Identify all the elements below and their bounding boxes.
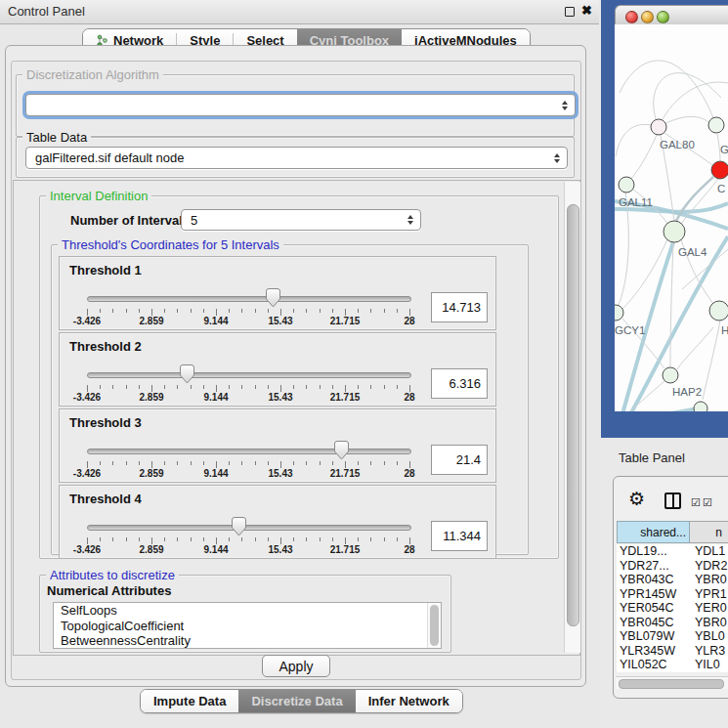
table-row[interactable]: YLR345WYLR3 [617, 644, 728, 659]
threshold-value-field[interactable]: 11.344 [431, 521, 488, 551]
threshold-value-field[interactable]: 21.4 [431, 445, 488, 475]
group-title: Table Data [22, 130, 91, 145]
table-row[interactable]: YDR27...YDR2 [617, 559, 728, 574]
numerical-attributes-list[interactable]: SelfLoopsTopologicalCoefficientBetweenne… [53, 602, 442, 649]
slider-track[interactable] [87, 449, 411, 454]
node-label: H [721, 324, 728, 336]
close-icon[interactable]: ✖ [581, 3, 592, 18]
tick-mark [126, 461, 127, 465]
threshold-value-field[interactable]: 6.316 [431, 368, 488, 399]
tab-discretize-data[interactable]: Discretize Data [238, 690, 355, 712]
table-row[interactable]: YBR043CYBR0 [617, 573, 728, 587]
slider-track[interactable] [87, 296, 411, 302]
tick-mark [397, 385, 398, 389]
table-row[interactable]: YIL052CYIL0 [617, 658, 728, 672]
table-row[interactable]: YER054CYER0 [617, 601, 728, 616]
cell-name: YBL0 [690, 629, 725, 643]
tick-mark [241, 461, 242, 465]
table-row[interactable]: YBL079WYBL0 [617, 629, 728, 644]
network-node[interactable] [711, 161, 728, 179]
minimize-traffic-light-icon[interactable] [641, 11, 654, 23]
tick-mark [370, 309, 371, 313]
cell-shared-name: YPR145W [617, 587, 690, 601]
threshold-value-field[interactable]: 14.713 [431, 292, 488, 322]
combo-arrows-icon [562, 101, 568, 110]
close-traffic-light-icon[interactable] [625, 11, 638, 23]
column-header-shared-name[interactable]: shared... [617, 521, 690, 543]
node-label: GAL11 [619, 196, 653, 208]
scale-label: 2.859 [139, 316, 163, 326]
network-node[interactable] [708, 117, 724, 133]
gear-icon[interactable]: ⚙ [628, 490, 645, 509]
checkbox-icon[interactable]: ☑ [691, 496, 701, 509]
scale-label: -3.426 [73, 468, 101, 479]
network-graph: GAL80GACGAL11GAL4GCY1HHAP2 [615, 24, 728, 411]
tick-mark [126, 309, 127, 313]
settings-scrollbar[interactable] [564, 182, 580, 653]
threshold-panel: Threshold 3-3.4262.8599.14415.4321.71528… [59, 408, 496, 483]
tick-mark [370, 537, 371, 541]
slider-track[interactable] [87, 525, 411, 531]
attribute-item[interactable]: SelfLoops [54, 603, 441, 619]
network-node[interactable] [619, 177, 634, 193]
attribute-item[interactable]: BetweennessCentrality [54, 633, 441, 649]
threshold-panels: Threshold 1-3.4262.8599.14415.4321.71528… [59, 256, 496, 561]
cell-shared-name: YER054C [617, 601, 690, 615]
tick-mark [112, 309, 113, 313]
tick-mark [397, 461, 398, 465]
zoom-traffic-light-icon[interactable] [657, 11, 669, 23]
slider-thumb[interactable] [180, 364, 194, 384]
tick-mark [293, 309, 294, 313]
algorithm-combobox[interactable] [25, 94, 576, 116]
network-node[interactable] [694, 402, 707, 411]
scrollbar-thumb[interactable] [619, 679, 724, 689]
threshold-label: Threshold 1 [69, 263, 142, 278]
tick-mark [229, 537, 230, 541]
tick-mark [280, 461, 281, 468]
tick-mark [345, 461, 346, 468]
network-node[interactable] [709, 301, 728, 321]
table-hscrollbar[interactable] [616, 676, 728, 689]
tab-infer-network[interactable]: Infer Network [356, 690, 462, 712]
apply-button[interactable]: Apply [262, 655, 330, 677]
scale-label: -3.426 [73, 544, 101, 555]
threshold-panel: Threshold 1-3.4262.8599.14415.4321.71528… [59, 256, 496, 330]
table-row[interactable]: YDL19...YDL1 [617, 544, 728, 559]
table-row[interactable]: YBR045CYBR0 [617, 616, 728, 630]
tick-mark [280, 309, 281, 316]
attribute-item[interactable]: TopologicalCoefficient [54, 619, 441, 634]
tick-mark [320, 309, 321, 313]
slider-track[interactable] [87, 372, 411, 378]
network-node[interactable] [663, 367, 678, 383]
scale-label: 15.43 [268, 316, 292, 326]
scale-label: 28 [404, 468, 414, 479]
float-icon[interactable] [565, 7, 575, 17]
slider-thumb[interactable] [266, 288, 280, 308]
tick-mark [268, 385, 269, 389]
intervals-value: 5 [191, 213, 197, 228]
network-view-canvas[interactable]: GAL80GACGAL11GAL4GCY1HHAP2 [615, 24, 728, 411]
scrollbar-thumb[interactable] [430, 605, 439, 646]
tick-mark [100, 309, 101, 313]
checkbox-icon[interactable]: ☑ [703, 496, 712, 509]
list-scrollbar[interactable] [427, 603, 441, 648]
table-row[interactable]: YPR145WYPR1 [617, 587, 728, 602]
tab-impute-data[interactable]: Impute Data [141, 690, 238, 712]
tick-mark [87, 309, 88, 316]
tick-mark [112, 461, 113, 465]
slider-thumb[interactable] [232, 517, 246, 536]
network-node[interactable] [651, 119, 666, 135]
scrollbar-thumb[interactable] [567, 204, 579, 626]
table-data-combobox[interactable]: galFiltered.sif default node [25, 147, 568, 169]
number-of-intervals-combobox[interactable]: 5 [181, 209, 421, 231]
column-view-icon[interactable] [664, 492, 681, 509]
tick-mark [397, 537, 398, 541]
tick-mark [191, 309, 192, 313]
network-node[interactable] [615, 305, 623, 321]
column-header-name[interactable]: n [690, 521, 728, 543]
tick-mark [164, 385, 165, 389]
tick-mark [151, 461, 152, 468]
network-node[interactable] [664, 221, 685, 242]
slider-thumb[interactable] [334, 441, 349, 460]
network-window-titlebar [615, 5, 728, 26]
